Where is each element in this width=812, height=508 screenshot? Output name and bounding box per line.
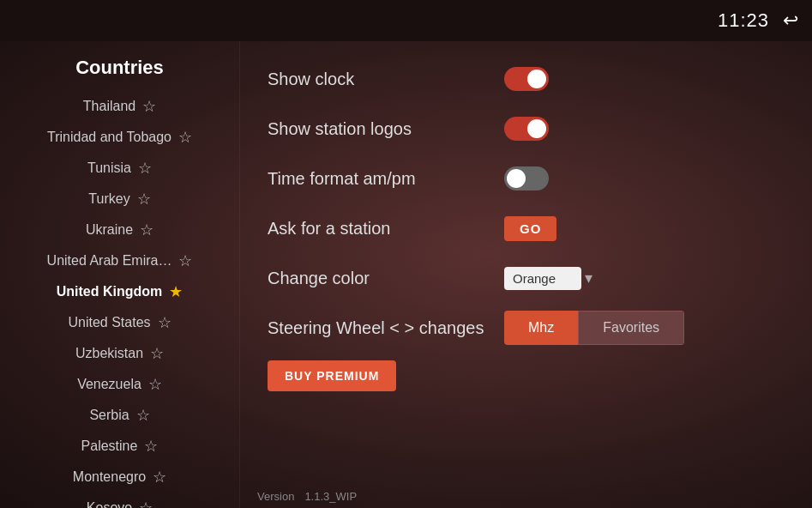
country-name: Montenegro	[73, 469, 146, 485]
country-name: Venezuela	[77, 377, 141, 392]
version-label: Version	[257, 490, 294, 503]
star-icon[interactable]: ☆	[148, 375, 162, 394]
clock-display: 11:23	[718, 9, 769, 32]
steer-mhz-button[interactable]: Mhz	[504, 311, 578, 345]
star-icon[interactable]: ☆	[178, 128, 192, 147]
dropdown-arrow-icon: ▾	[585, 269, 592, 287]
country-item-uzbekistan[interactable]: Uzbekistan☆	[0, 338, 239, 369]
country-item-united-states[interactable]: United States☆	[0, 307, 239, 338]
country-name: Palestine	[81, 438, 138, 454]
star-icon[interactable]: ★	[169, 282, 183, 301]
country-item-venezuela[interactable]: Venezuela☆	[0, 369, 239, 400]
show-clock-label: Show clock	[268, 70, 490, 89]
star-icon[interactable]: ☆	[139, 499, 153, 508]
country-item-ukraine[interactable]: Ukraine☆	[0, 215, 239, 245]
country-name: Kosovo	[87, 500, 132, 508]
show-logos-label: Show station logos	[268, 119, 490, 139]
country-item-montenegro[interactable]: Montenegro☆	[0, 462, 239, 493]
country-name: Ukraine	[86, 222, 133, 238]
country-name: United Kingdom	[57, 284, 163, 299]
back-button[interactable]: ↩	[783, 9, 798, 32]
country-item-kosovo[interactable]: Kosovo☆	[0, 493, 239, 508]
star-icon[interactable]: ☆	[137, 190, 151, 209]
show-clock-toggle[interactable]	[504, 67, 549, 91]
star-icon[interactable]: ☆	[178, 251, 192, 270]
country-item-thailand[interactable]: Thailand☆	[0, 91, 239, 122]
change-color-row: Change color Orange ▾	[268, 261, 785, 295]
go-button[interactable]: GO	[504, 216, 556, 241]
version-bar: Version 1.1.3_WIP	[257, 490, 357, 503]
show-clock-knob	[527, 70, 546, 88]
show-logos-toggle[interactable]	[504, 117, 549, 141]
country-name: Turkey	[88, 191, 129, 207]
sidebar-title: Countries	[0, 48, 239, 91]
country-item-united-arab-emira[interactable]: United Arab Emira…☆	[0, 245, 239, 276]
star-icon[interactable]: ☆	[144, 437, 158, 456]
country-item-serbia[interactable]: Serbia☆	[0, 400, 239, 431]
time-format-knob	[507, 169, 526, 188]
star-icon[interactable]: ☆	[153, 468, 166, 487]
steering-wheel-buttons: Mhz Favorites	[504, 311, 684, 345]
color-dropdown: Orange ▾	[504, 267, 592, 290]
country-name: Tunisia	[87, 160, 131, 176]
country-name: Thailand	[83, 99, 135, 114]
show-clock-row: Show clock	[268, 62, 785, 96]
country-item-turkey[interactable]: Turkey☆	[0, 184, 239, 215]
countries-sidebar: Countries Thailand☆Trinidad and Tobago☆T…	[0, 41, 240, 508]
change-color-label: Change color	[268, 269, 490, 288]
country-item-tunisia[interactable]: Tunisia☆	[0, 153, 239, 184]
buy-premium-row: BUY PREMIUM	[268, 360, 785, 395]
buy-premium-button[interactable]: BUY PREMIUM	[268, 360, 396, 391]
star-icon[interactable]: ☆	[142, 97, 156, 116]
star-icon[interactable]: ☆	[150, 344, 164, 363]
time-format-toggle[interactable]	[504, 166, 549, 190]
steering-wheel-label: Steering Wheel < > changes	[268, 318, 490, 338]
country-item-united-kingdom[interactable]: United Kingdom★	[0, 276, 239, 307]
time-format-label: Time format am/pm	[268, 169, 490, 189]
star-icon[interactable]: ☆	[138, 159, 152, 178]
country-name: Uzbekistan	[75, 346, 143, 361]
steering-wheel-row: Steering Wheel < > changes Mhz Favorites	[268, 311, 785, 345]
show-logos-knob	[527, 119, 546, 138]
ask-station-label: Ask for a station	[268, 219, 490, 239]
country-list: Thailand☆Trinidad and Tobago☆Tunisia☆Tur…	[0, 91, 239, 508]
time-format-row: Time format am/pm	[268, 161, 785, 196]
country-item-trinidad-and-tobago[interactable]: Trinidad and Tobago☆	[0, 122, 239, 153]
star-icon[interactable]: ☆	[158, 313, 171, 332]
country-item-palestine[interactable]: Palestine☆	[0, 431, 239, 462]
star-icon[interactable]: ☆	[136, 406, 150, 425]
country-name: Trinidad and Tobago	[47, 130, 171, 145]
main-layout: Countries Thailand☆Trinidad and Tobago☆T…	[0, 41, 812, 508]
country-name: United Arab Emira…	[47, 253, 172, 269]
show-logos-row: Show station logos	[268, 112, 785, 146]
settings-panel: Show clock Show station logos Time forma…	[240, 41, 812, 508]
color-select[interactable]: Orange	[504, 267, 581, 290]
country-name: United States	[68, 315, 150, 330]
steer-favorites-button[interactable]: Favorites	[578, 311, 684, 345]
version-value: 1.1.3_WIP	[304, 490, 357, 503]
star-icon[interactable]: ☆	[140, 221, 153, 239]
country-name: Serbia	[89, 408, 129, 423]
ask-station-row: Ask for a station GO	[268, 211, 785, 245]
top-bar: 11:23 ↩	[0, 0, 812, 41]
